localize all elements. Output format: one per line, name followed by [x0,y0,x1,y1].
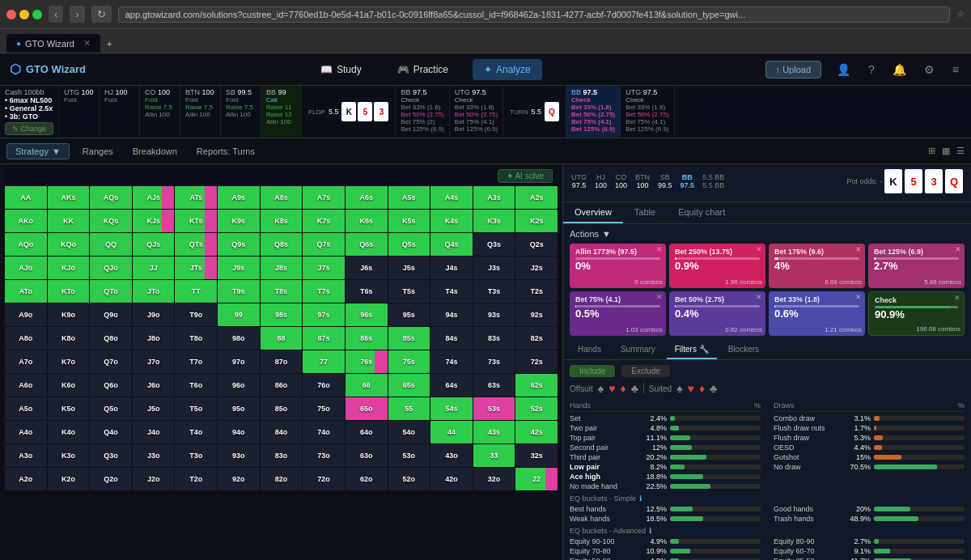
filter-tab-filters[interactable]: Filters 🔧 [667,341,717,359]
hand-cell-j6o[interactable]: J6o [133,374,175,397]
hand-cell-75o[interactable]: 75o [303,397,345,420]
hand-cell-85o[interactable]: 85o [261,397,303,420]
hand-cell-t5s[interactable]: T5s [388,280,430,303]
hand-cell-a4o[interactable]: A4o [5,421,47,443]
hand-cell-t8o[interactable]: T8o [175,327,217,350]
browser-tab[interactable]: ● GTO Wizard ✕ [6,34,100,53]
hand-cell-94o[interactable]: 94o [218,421,260,443]
suited-spade-icon[interactable]: ♠ [676,382,682,395]
hand-cell-86o[interactable]: 86o [261,374,303,397]
hand-cell-j8s[interactable]: J8s [261,257,303,279]
hand-cell-83s[interactable]: 83s [473,327,515,350]
hand-cell-t3s[interactable]: T3s [473,280,515,303]
spade-icon[interactable]: ♠ [598,382,604,395]
hand-cell-t2s[interactable]: T2s [515,280,558,303]
hand-cell-33[interactable]: 33 [473,444,515,467]
hand-cell-j4o[interactable]: J4o [133,421,175,443]
hand-cell-kto[interactable]: KTo [48,280,90,303]
hand-cell-ajs[interactable]: AJs [133,186,175,209]
hand-cell-43o[interactable]: 43o [430,444,473,467]
hand-cell-t3o[interactable]: T3o [175,444,217,467]
diamond-icon[interactable]: ♦ [620,382,625,395]
hand-cell-a5s[interactable]: A5s [388,186,430,209]
hand-cell-k7s[interactable]: K7s [303,210,345,232]
hand-cell-62o[interactable]: 62o [346,468,388,490]
action-bet175[interactable]: ✕ Bet 175% (9.6) 4% 8.68 combos [769,244,865,288]
filter-tab-summary[interactable]: Summary [613,341,664,359]
forward-btn[interactable]: › [70,6,84,23]
hand-cell-72s[interactable]: 72s [515,350,558,373]
hand-cell-82o[interactable]: 82o [261,468,303,490]
hand-cell-j9o[interactable]: J9o [133,303,175,326]
bet75-close[interactable]: ✕ [656,293,663,301]
club-icon[interactable]: ♣ [631,382,638,395]
hand-grid[interactable]: AAAKsAQsAJsATsA9sA8sA7sA6sA5sA4sA3sA2sAK… [3,185,559,492]
hand-cell-q3o[interactable]: Q3o [90,444,132,467]
hand-cell-t6s[interactable]: T6s [346,280,388,303]
hand-cell-aqs[interactable]: AQs [90,186,132,209]
hand-cell-93o[interactable]: 93o [218,444,260,467]
tab-overview[interactable]: Overview [563,202,623,223]
hand-cell-j6s[interactable]: J6s [346,257,388,279]
hand-cell-j4s[interactable]: J4s [430,257,473,279]
hand-cell-tt[interactable]: TT [175,280,217,303]
hand-cell-q6s[interactable]: Q6s [346,233,388,256]
hand-cell-j3o[interactable]: J3o [133,444,175,467]
hand-cell-52o[interactable]: 52o [388,468,430,490]
hand-cell-k3o[interactable]: K3o [48,444,90,467]
hand-cell-aa[interactable]: AA [5,186,47,209]
strategy-dropdown[interactable]: Strategy ▼ [6,143,70,159]
hand-cell-86s[interactable]: 86s [346,327,388,350]
action-bet250[interactable]: ✕ Bet 250% (13.75) 0.9% 1.96 combos [669,244,765,288]
bet50-close[interactable]: ✕ [756,293,762,301]
hand-cell-94s[interactable]: 94s [430,303,473,326]
hand-cell-63o[interactable]: 63o [346,444,388,467]
hand-cell-74o[interactable]: 74o [303,421,345,443]
breakdown-tab[interactable]: Breakdown [126,144,184,159]
hand-cell-q6o[interactable]: Q6o [90,374,132,397]
menu-icon[interactable]: ≡ [950,61,961,78]
hand-cell-95s[interactable]: 95s [388,303,430,326]
hand-cell-t9s[interactable]: T9s [218,280,260,303]
hand-cell-j2s[interactable]: J2s [515,257,558,279]
hand-cell-j2o[interactable]: J2o [133,468,175,490]
hand-cell-84o[interactable]: 84o [261,421,303,443]
hand-cell-j7o[interactable]: J7o [133,350,175,373]
actions-dropdown-icon[interactable]: ▼ [602,229,611,239]
new-tab-btn[interactable]: + [100,35,118,53]
hand-cell-q2s[interactable]: Q2s [515,233,558,256]
back-btn[interactable]: ‹ [49,6,63,23]
eq-info-icon[interactable]: ℹ [639,494,642,503]
hand-cell-q5o[interactable]: Q5o [90,397,132,420]
hand-cell-k5s[interactable]: K5s [388,210,430,232]
hand-cell-q3s[interactable]: Q3s [473,233,515,256]
nav-tab-practice[interactable]: 🎮 Practice [386,59,460,80]
hand-cell-a5o[interactable]: A5o [5,397,47,420]
hand-cell-q4o[interactable]: Q4o [90,421,132,443]
action-bet33[interactable]: ✕ Bet 33% (1.8) 0.6% 1.21 combos [769,291,865,336]
tab-table[interactable]: Table [623,202,667,223]
hand-cell-83o[interactable]: 83o [261,444,303,467]
hand-cell-62s[interactable]: 62s [515,374,558,397]
hand-cell-q9s[interactable]: Q9s [218,233,260,256]
action-bet75[interactable]: ✕ Bet 75% (4.1) 0.5% 1.03 combos [570,291,666,336]
hand-cell-jj[interactable]: JJ [133,257,175,279]
hand-cell-44[interactable]: 44 [430,421,473,443]
hand-cell-a7o[interactable]: A7o [5,350,47,373]
hand-cell-k8s[interactable]: K8s [261,210,303,232]
hand-cell-76s[interactable]: 76s [346,350,388,373]
hand-cell-k5o[interactable]: K5o [48,397,90,420]
hand-cell-k7o[interactable]: K7o [48,350,90,373]
settings-icon[interactable]: ⚙ [922,61,937,78]
user-icon[interactable]: 👤 [834,61,853,78]
hand-cell-85s[interactable]: 85s [388,327,430,350]
bell-icon[interactable]: 🔔 [890,61,909,78]
hand-cell-95o[interactable]: 95o [218,397,260,420]
filter-icon[interactable]: ⊞ [928,146,935,156]
hand-cell-32s[interactable]: 32s [515,444,558,467]
hand-cell-j5o[interactable]: J5o [133,397,175,420]
window-max-btn[interactable] [32,10,42,19]
hand-cell-65o[interactable]: 65o [346,397,388,420]
hand-cell-j8o[interactable]: J8o [133,327,175,350]
hand-cell-82s[interactable]: 82s [515,327,558,350]
